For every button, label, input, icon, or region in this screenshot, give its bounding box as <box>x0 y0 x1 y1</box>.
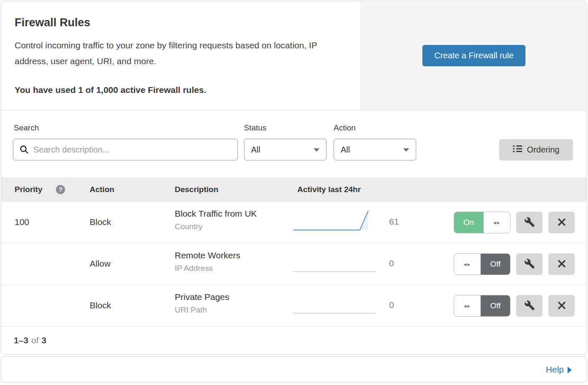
wrench-icon <box>524 217 535 229</box>
column-header-priority: Priority <box>15 185 43 194</box>
toggle-off-label: Off <box>481 254 510 275</box>
rule-description: Private Pages <box>175 292 229 302</box>
header-action-panel: Create a Firewall rule <box>361 1 587 110</box>
rule-match-type: IP Address <box>175 264 240 273</box>
rule-enabled-toggle[interactable]: ◂▸ Off <box>454 295 510 317</box>
chevron-down-icon <box>314 148 319 152</box>
toggle-knob-arrows-icon: ◂▸ <box>454 295 481 316</box>
search-input[interactable] <box>13 139 238 160</box>
rule-action: Block <box>90 217 111 227</box>
activity-sparkline <box>293 292 379 318</box>
table-row: 100 Block Block Traffic from UK Country … <box>1 202 587 243</box>
rule-enabled-toggle[interactable]: ◂▸ Off <box>454 253 510 275</box>
search-label: Search <box>14 123 39 132</box>
usage-note: You have used 1 of 1,000 active Firewall… <box>15 85 336 95</box>
edit-rule-button[interactable] <box>516 295 543 317</box>
table-row: Block Private Pages URI Path 0 ◂▸ Off <box>1 285 587 327</box>
wrench-icon <box>524 300 535 312</box>
column-header-description: Description <box>175 185 219 194</box>
activity-sparkline <box>293 250 379 276</box>
column-header-activity: Activity last 24hr <box>297 185 361 194</box>
rule-priority: 100 <box>15 217 29 227</box>
filter-bar: Search Status All Action All <box>1 110 587 177</box>
toggle-knob-arrows-icon: ◂▸ <box>454 254 481 275</box>
action-select[interactable]: All <box>334 139 416 160</box>
action-label: Action <box>334 123 356 132</box>
pagination-of: of <box>31 335 39 345</box>
activity-sparkline <box>293 208 379 234</box>
edit-rule-button[interactable] <box>516 212 543 233</box>
pagination-range: 1–3 <box>14 335 28 345</box>
ordering-button[interactable]: Ordering <box>499 139 573 160</box>
search-field-wrap <box>13 139 238 160</box>
status-label: Status <box>244 123 266 132</box>
pagination-total: 3 <box>42 335 47 345</box>
arrow-right-icon <box>568 367 572 373</box>
close-icon <box>557 218 566 228</box>
rule-enabled-toggle[interactable]: On ◂▸ <box>454 212 510 233</box>
close-icon <box>557 301 566 311</box>
help-link[interactable]: Help <box>546 365 572 375</box>
wrench-icon <box>524 258 535 270</box>
page-header: Firewall Rules Control incoming traffic … <box>1 1 587 110</box>
firewall-rules-card: Firewall Rules Control incoming traffic … <box>1 1 587 355</box>
delete-rule-button[interactable] <box>548 295 575 317</box>
column-header-action: Action <box>90 185 114 194</box>
help-footer-card: Help <box>1 356 587 383</box>
table-row: Allow Remote Workers IP Address 0 ◂▸ Off <box>1 243 587 285</box>
rule-description-cell: Remote Workers IP Address <box>175 250 240 273</box>
search-icon <box>19 145 29 156</box>
help-link-label: Help <box>546 365 564 375</box>
table-header-row: Priority ? Action Description Activity l… <box>1 177 587 202</box>
close-icon <box>557 259 566 270</box>
ordered-list-icon <box>513 145 522 155</box>
rule-description: Remote Workers <box>175 250 240 260</box>
rule-match-type: URI Path <box>175 305 229 315</box>
rule-match-type: Country <box>175 222 257 231</box>
toggle-off-label: Off <box>481 295 510 316</box>
delete-rule-button[interactable] <box>548 253 575 275</box>
create-firewall-rule-button[interactable]: Create a Firewall rule <box>422 45 525 66</box>
page-description: Control incoming traffic to your zone by… <box>15 38 336 69</box>
pagination-bar: 1–3 of 3 <box>1 327 587 354</box>
rule-action: Allow <box>90 259 111 269</box>
activity-count: 0 <box>389 258 394 268</box>
header-text-block: Firewall Rules Control incoming traffic … <box>1 1 361 110</box>
rule-description-cell: Block Traffic from UK Country <box>175 209 257 231</box>
delete-rule-button[interactable] <box>548 212 575 233</box>
toggle-knob-arrows-icon: ◂▸ <box>483 212 510 233</box>
chevron-down-icon <box>403 148 409 152</box>
status-select[interactable]: All <box>244 139 327 160</box>
page-title: Firewall Rules <box>15 16 336 29</box>
action-selected-value: All <box>341 145 350 155</box>
activity-count: 61 <box>389 217 399 227</box>
ordering-button-label: Ordering <box>527 145 560 155</box>
status-selected-value: All <box>251 145 260 155</box>
rule-description-cell: Private Pages URI Path <box>175 292 229 315</box>
rule-description: Block Traffic from UK <box>175 209 257 219</box>
edit-rule-button[interactable] <box>516 253 543 275</box>
toggle-on-label: On <box>454 212 483 233</box>
question-mark-icon[interactable]: ? <box>56 185 65 194</box>
activity-count: 0 <box>389 300 394 310</box>
rule-action: Block <box>90 300 111 310</box>
